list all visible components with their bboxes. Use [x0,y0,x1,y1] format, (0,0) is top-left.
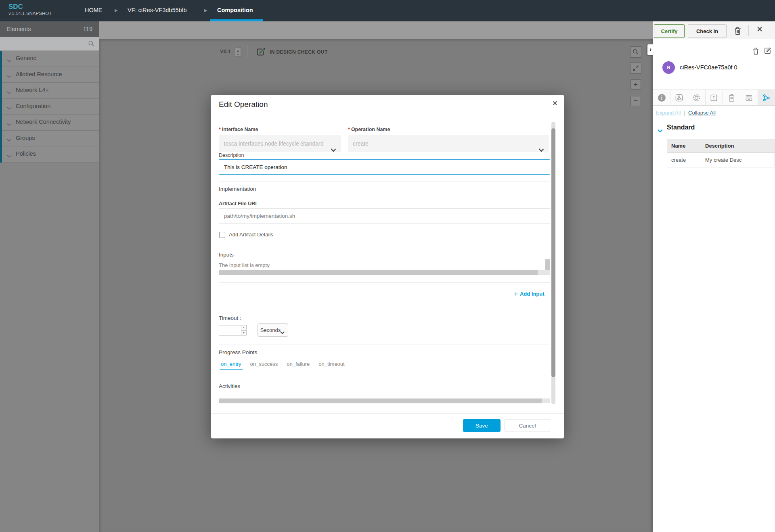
activities-section-title: Activities [219,383,240,389]
section-chevron-down-icon[interactable] [658,127,663,131]
save-button[interactable]: Save [463,419,501,432]
divider [219,181,550,182]
breadcrumb-separator-icon: ▶ [115,8,118,13]
version-dropdown[interactable]: ▲▼ [235,47,241,56]
tab-general-info[interactable] [653,90,670,105]
edit-pencil-icon[interactable] [764,47,771,54]
divider [219,378,550,378]
chevron-down-icon [7,136,11,140]
workspace-toolbar: V0.1 ▲▼ IN DESIGN CHECK OUT [99,21,653,39]
canvas-search-button[interactable] [630,46,641,58]
panel-collapse-button[interactable]: › [647,44,654,55]
breadcrumb-composition[interactable]: Composition [217,7,253,13]
breadcrumb-home[interactable]: HOME [85,7,103,13]
active-tab-underline [210,19,263,21]
operation-name-select[interactable]: create [348,135,549,152]
activities-horizontal-scrollbar[interactable] [219,398,550,403]
add-artifact-details-label: Add Artifact Details [229,232,273,238]
checkout-pencil-icon [256,48,266,56]
delete-component-icon[interactable] [734,27,741,35]
inputs-horizontal-scrollbar[interactable] [219,270,550,275]
description-input[interactable] [219,159,550,175]
chevron-down-icon [280,329,285,332]
modal-scrollbar-thumb[interactable] [551,128,555,377]
modal-footer: Save Cancel [211,413,564,438]
tab-settings-gear[interactable] [688,90,706,105]
operations-table: Name Description create My create Desc [667,139,775,167]
tab-on-success[interactable]: on_success [249,361,279,370]
interface-section-title[interactable]: Standard [667,124,695,131]
chevron-down-icon [7,73,11,76]
artifact-file-uri-label: Artifact File URI [219,201,257,207]
canvas-zoom-in-button[interactable]: + [630,79,641,90]
chevron-down-icon [7,104,11,108]
divider [219,344,550,344]
canvas-zoom-out-button[interactable]: − [630,96,641,106]
chevron-down-icon [7,120,11,123]
checkin-button[interactable]: Check in [688,24,727,38]
timeout-step-down-button[interactable]: ▼ [241,330,247,336]
tab-information-artifacts[interactable] [706,90,723,105]
table-row[interactable]: create My create Desc [667,153,775,167]
panel-tabbar [653,90,775,106]
palette-item-policies[interactable]: Policies [2,146,99,163]
operation-name-label: *Operation Name [348,127,390,132]
inputs-empty-message: The input list is empty [219,262,270,268]
modal-title: Edit Operation [219,100,268,109]
app-logo: SDC [8,3,23,11]
palette-item-configuration[interactable]: Configuration [2,99,99,115]
tab-deployment-artifacts[interactable] [723,90,740,105]
implementation-section-title: Implementation [219,186,256,192]
description-label: Description [219,152,244,158]
palette-item-generic[interactable]: Generic [2,51,99,67]
links-separator: | [684,110,685,116]
add-artifact-details-checkbox[interactable] [219,232,225,238]
palette-item-network-connectivity[interactable]: Network Connectivity [2,115,99,131]
chevron-down-icon [331,142,336,146]
palette-item-network-l4[interactable]: Network L4+ [2,83,99,99]
tab-on-entry[interactable]: on_entry [220,361,243,370]
collapse-all-link[interactable]: Collapse All [688,110,716,116]
trash-icon[interactable] [752,47,759,55]
tab-operations[interactable] [758,90,775,105]
tab-api-artifacts[interactable] [740,90,758,105]
table-header-name: Name [667,139,701,153]
certify-button[interactable]: Certify [654,24,685,38]
operation-description-cell[interactable]: My create Desc [701,153,775,167]
tab-composition[interactable] [670,90,688,105]
expand-all-link[interactable]: Expand All [656,110,681,116]
divider [219,247,550,247]
breadcrumb-vf[interactable]: VF: ciRes-VF3db55bfb [128,7,187,13]
inputs-vertical-scrollbar[interactable] [545,259,550,270]
timeout-unit-dropdown[interactable]: Seconds [258,323,288,337]
search-icon [88,40,95,47]
version-label: V0.1 [220,48,231,54]
palette-count-badge: 119 [83,26,92,32]
palette-search-input[interactable] [3,39,84,49]
required-asterisk: * [348,127,350,132]
divider [219,310,550,310]
resource-avatar: R [662,61,675,74]
app-version: v.1.14.1-SNAPSHOT [8,11,52,16]
divider [219,282,550,283]
timeout-label: Timeout : [219,315,241,321]
tab-on-failure[interactable]: on_failure [285,361,311,370]
palette-item-allotted-resource[interactable]: Allotted Resource [2,67,99,83]
palette-item-groups[interactable]: Groups [2,131,99,147]
tab-on-timeout[interactable]: on_timeout [317,361,346,370]
palette-search-box [0,37,99,51]
chevron-down-icon [7,56,11,60]
modal-close-icon[interactable]: ✕ [552,99,558,108]
cancel-button[interactable]: Cancel [505,419,550,432]
artifact-file-uri-input[interactable] [219,208,550,223]
plus-icon: + [514,290,518,298]
table-header-description: Description [701,139,775,153]
timeout-step-up-button[interactable]: ▲ [241,325,247,330]
add-input-link[interactable]: +Add Input [514,290,545,298]
close-workspace-icon[interactable]: ✕ [756,25,763,34]
operation-name-cell[interactable]: create [667,153,701,167]
interface-name-select[interactable]: tosca.interfaces.node.lifecycle.Standard [219,135,341,152]
elements-palette: Elements 119 Generic Allotted Resource N… [0,21,99,532]
table-header-row: Name Description [667,139,775,153]
canvas-fit-screen-button[interactable] [630,63,641,74]
